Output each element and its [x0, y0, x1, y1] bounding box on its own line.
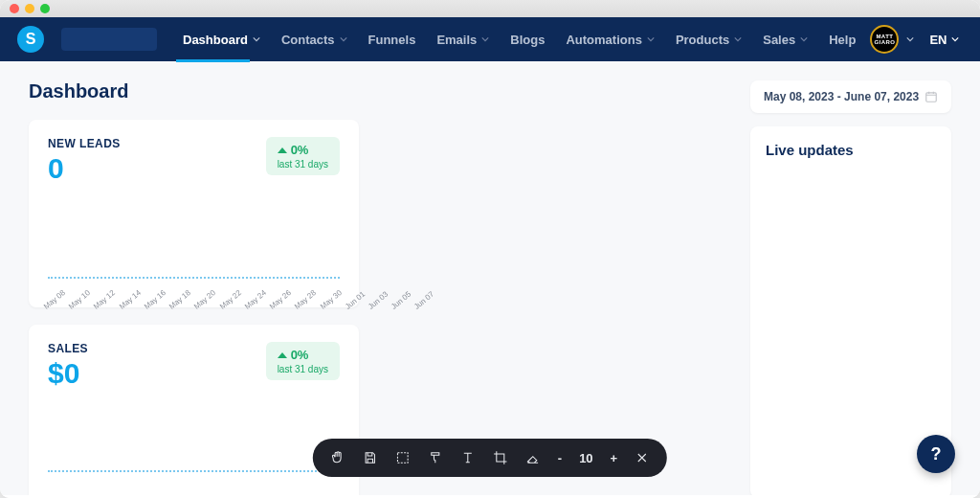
trend-up-icon	[278, 147, 287, 153]
window-titlebar	[0, 0, 980, 17]
nav-funnels[interactable]: Funnels	[362, 17, 423, 61]
traffic-light-zoom-icon[interactable]	[40, 4, 50, 13]
x-tick: May 20	[192, 288, 217, 311]
svg-rect-1	[397, 453, 408, 464]
top-nav: S Dashboard Contacts Funnels Emails Blog…	[0, 17, 980, 61]
x-tick: Jun 05	[390, 290, 412, 311]
metric-card-new-leads: NEW LEADS 0 0% last 31 days May 08	[29, 120, 359, 307]
x-tick: May 28	[293, 288, 318, 311]
traffic-light-minimize-icon[interactable]	[25, 4, 34, 13]
x-tick: May 22	[218, 288, 243, 311]
nav-label: Products	[676, 33, 729, 47]
search-input[interactable]	[61, 28, 157, 51]
delta-percent: 0%	[291, 348, 309, 362]
close-icon[interactable]	[635, 450, 650, 465]
x-tick: May 18	[167, 288, 192, 311]
traffic-light-close-icon[interactable]	[10, 4, 19, 13]
nav-sales[interactable]: Sales	[756, 17, 814, 61]
x-tick: May 10	[67, 288, 92, 311]
trend-up-icon	[278, 352, 287, 358]
user-avatar[interactable]: MATT GIARO	[870, 25, 899, 54]
chart-series-line	[48, 470, 340, 472]
chevron-down-icon	[253, 35, 260, 43]
x-tick: Jun 07	[412, 290, 435, 311]
x-tick: May 24	[243, 288, 268, 311]
chevron-down-icon	[647, 35, 655, 43]
brand-logo[interactable]: S	[17, 26, 44, 53]
save-icon[interactable]	[363, 450, 378, 465]
metric-value: $0	[48, 357, 88, 390]
date-range-picker[interactable]: May 08, 2023 - June 07, 2023	[750, 80, 951, 113]
nav-label: Dashboard	[183, 33, 248, 47]
metric-card-sales: SALES $0 0% last 31 days	[29, 325, 359, 498]
delta-badge: 0% last 31 days	[266, 137, 340, 175]
nav-dashboard[interactable]: Dashboard	[176, 17, 267, 61]
chevron-down-icon	[481, 35, 489, 43]
x-tick: Jun 03	[367, 290, 390, 311]
metric-label: SALES	[48, 342, 88, 355]
chevron-down-icon	[734, 35, 742, 43]
date-range-text: May 08, 2023 - June 07, 2023	[764, 90, 919, 103]
nav-label: Emails	[436, 33, 477, 47]
eraser-icon[interactable]	[525, 450, 541, 465]
delta-subtext: last 31 days	[278, 159, 328, 170]
help-fab[interactable]: ?	[917, 435, 955, 473]
x-tick: May 30	[319, 288, 344, 311]
chevron-down-icon	[800, 35, 808, 43]
sales-chart	[48, 419, 340, 476]
chevron-down-icon	[951, 35, 959, 43]
side-column: May 08, 2023 - June 07, 2023 Live update…	[750, 80, 951, 498]
nav-emails[interactable]: Emails	[430, 17, 496, 61]
zoom-out-button[interactable]: -	[558, 451, 562, 465]
page-title: Dashboard	[29, 80, 733, 102]
delta-percent: 0%	[291, 143, 309, 157]
nav-help[interactable]: Help	[822, 17, 862, 61]
text-icon[interactable]	[460, 450, 476, 465]
x-tick: May 14	[118, 288, 143, 311]
x-tick: Jun 01	[344, 290, 367, 311]
x-tick: May 08	[42, 288, 67, 311]
delta-subtext: last 31 days	[278, 364, 328, 374]
chart-series-line	[48, 277, 340, 279]
svg-rect-0	[926, 93, 937, 102]
nav-label: Contacts	[281, 33, 335, 47]
chevron-down-icon	[340, 35, 347, 43]
live-updates-title: Live updates	[766, 142, 936, 158]
content-area: Dashboard NEW LEADS 0 0% last 31 days	[0, 61, 980, 498]
nav-products[interactable]: Products	[669, 17, 748, 61]
metric-value: 0	[48, 152, 121, 185]
zoom-value: 10	[579, 451, 592, 465]
chart-x-axis: May 08 May 10 May 12 May 14 May 16 May 1…	[42, 305, 345, 313]
x-tick: May 16	[143, 288, 167, 311]
app-window: S Dashboard Contacts Funnels Emails Blog…	[0, 0, 980, 498]
nav-automations[interactable]: Automations	[559, 17, 660, 61]
x-tick: May 12	[92, 288, 117, 311]
nav-blogs[interactable]: Blogs	[503, 17, 551, 61]
calendar-icon	[924, 90, 938, 103]
delta-badge: 0% last 31 days	[266, 342, 340, 380]
nav-contacts[interactable]: Contacts	[275, 17, 354, 61]
language-selector[interactable]: EN	[922, 33, 959, 47]
nav-label: Funnels	[368, 33, 416, 47]
crop-icon[interactable]	[493, 450, 508, 465]
chevron-down-icon[interactable]	[906, 35, 914, 43]
nav-label: Sales	[763, 33, 795, 47]
main-column: Dashboard NEW LEADS 0 0% last 31 days	[29, 80, 733, 498]
floating-toolbar[interactable]: - 10 +	[313, 439, 667, 477]
x-tick: May 26	[268, 288, 293, 311]
nav-label: Automations	[566, 33, 641, 47]
leads-chart: May 08 May 10 May 12 May 14 May 16 May 1…	[48, 214, 340, 300]
nav-label: Help	[829, 33, 856, 47]
paint-icon[interactable]	[428, 450, 443, 465]
zoom-in-button[interactable]: +	[611, 451, 618, 465]
selection-icon[interactable]	[395, 450, 411, 465]
nav-label: Blogs	[510, 33, 545, 47]
language-value: EN	[929, 33, 947, 47]
hand-pan-icon[interactable]	[330, 450, 345, 465]
metric-label: NEW LEADS	[48, 137, 121, 150]
